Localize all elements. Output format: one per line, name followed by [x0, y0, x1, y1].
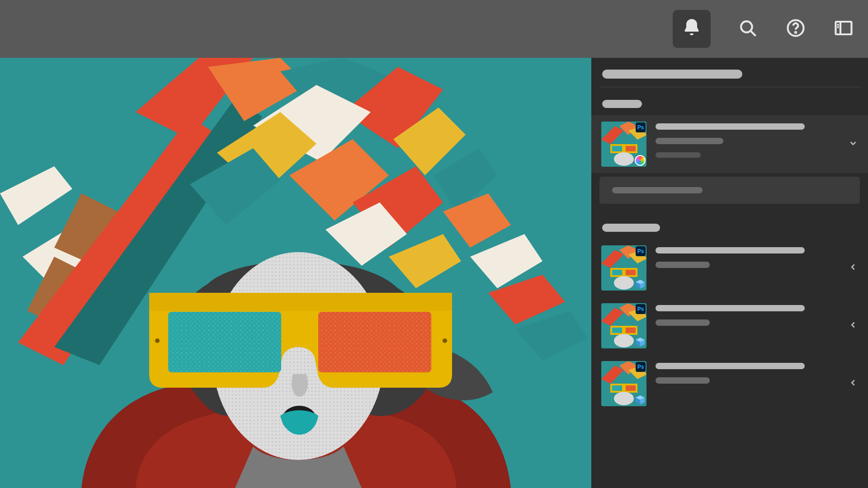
search-icon: [738, 19, 757, 39]
svg-point-71: [614, 334, 634, 347]
svg-rect-51: [626, 146, 636, 151]
side-panel: Ps: [591, 58, 868, 488]
svg-rect-36: [149, 293, 452, 311]
notifications-button[interactable]: [673, 10, 711, 48]
item-line-2: [656, 377, 710, 384]
cube-icon: [635, 337, 646, 347]
item-title: [656, 305, 805, 311]
svg-point-60: [614, 276, 634, 290]
expand-toggle[interactable]: [848, 378, 858, 389]
svg-point-43: [155, 338, 160, 343]
svg-rect-59: [626, 270, 636, 275]
item-text: [656, 303, 858, 326]
section-label-1: [591, 87, 868, 115]
svg-point-82: [614, 392, 634, 405]
history-item-2[interactable]: Ps: [591, 297, 868, 355]
thumbnail: Ps: [601, 361, 646, 406]
item-title: [656, 363, 805, 369]
svg-rect-69: [612, 328, 622, 333]
ps-badge-icon: Ps: [636, 246, 646, 256]
panel-toggle-button[interactable]: [833, 18, 854, 40]
expand-toggle[interactable]: [848, 320, 858, 332]
thumbnail: Ps: [601, 122, 646, 167]
chevron-left-icon: [848, 266, 858, 273]
svg-rect-70: [626, 328, 636, 333]
item-text: [656, 361, 858, 384]
item-line-2: [656, 262, 710, 268]
ps-badge-icon: Ps: [636, 362, 646, 372]
history-item-3[interactable]: Ps: [591, 355, 868, 413]
svg-rect-81: [626, 385, 636, 391]
svg-rect-80: [612, 385, 622, 391]
svg-rect-50: [612, 146, 622, 151]
svg-rect-40: [318, 312, 431, 372]
panel-header: [591, 58, 868, 87]
item-title: [656, 247, 805, 253]
svg-point-52: [614, 152, 634, 166]
history-item-1[interactable]: Ps: [591, 239, 868, 297]
chevron-left-icon: [848, 324, 858, 331]
chevron-down-icon: [848, 142, 858, 150]
color-wheel-icon: [635, 155, 646, 166]
thumbnail: Ps: [601, 303, 646, 348]
item-line-2: [656, 138, 723, 144]
cube-icon: [635, 394, 646, 405]
panel-title: [602, 70, 742, 79]
chevron-left-icon: [848, 381, 858, 389]
help-button[interactable]: [785, 18, 807, 40]
top-toolbar: [0, 0, 868, 58]
svg-point-44: [443, 338, 447, 343]
item-details-box[interactable]: [599, 177, 860, 204]
ps-badge-icon: Ps: [636, 122, 646, 132]
item-text: [656, 122, 858, 158]
panel-icon: [834, 19, 853, 39]
item-title: [656, 123, 805, 130]
item-text: [656, 245, 858, 268]
ps-badge-icon: Ps: [636, 304, 646, 314]
svg-point-3: [795, 32, 796, 33]
svg-line-1: [751, 31, 756, 36]
help-icon: [786, 19, 805, 39]
cube-icon: [635, 279, 646, 290]
svg-rect-58: [612, 270, 622, 275]
thumbnail: Ps: [601, 245, 646, 291]
expand-toggle[interactable]: [848, 138, 858, 150]
item-line-2: [656, 319, 710, 326]
canvas-preview[interactable]: [0, 58, 591, 488]
search-button[interactable]: [737, 18, 759, 40]
svg-rect-38: [168, 312, 281, 372]
expand-toggle[interactable]: [848, 262, 858, 274]
details-text: [612, 187, 703, 193]
section-label-2: [591, 211, 868, 239]
bell-icon: [681, 17, 703, 41]
item-line-3: [656, 152, 701, 158]
history-item-0[interactable]: Ps: [591, 115, 868, 173]
svg-point-0: [741, 21, 752, 33]
